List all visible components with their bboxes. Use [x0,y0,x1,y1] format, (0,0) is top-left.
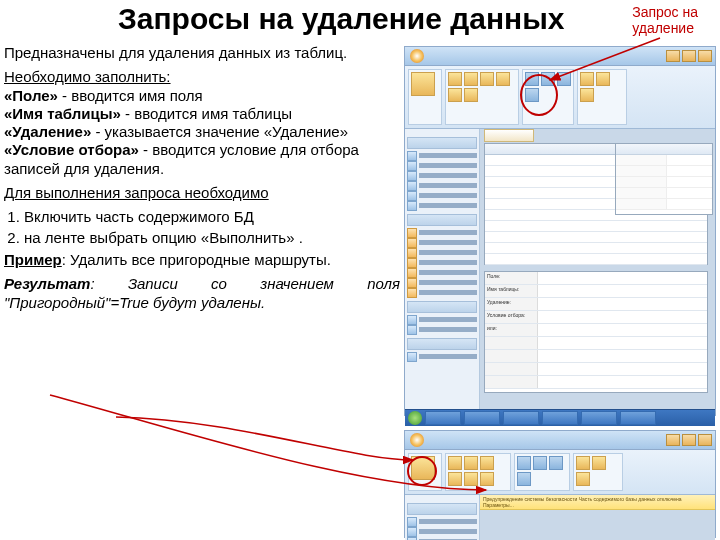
max-button [682,50,696,62]
access-screenshot-designer: Поле: Имя таблицы: Удаление: Условие отб… [404,46,716,416]
crosstab-icon [448,88,462,102]
design-grid: Поле: Имя таблицы: Удаление: Условие отб… [484,271,708,393]
taskbar [405,409,715,426]
nav-header-tables [407,137,477,149]
workarea: Поле: Имя таблицы: Удаление: Условие отб… [405,129,715,409]
navigation-pane [405,495,480,540]
nav-header-queries [407,214,477,226]
propertysheet-icon [580,88,594,102]
ribbon-group-results [408,69,442,125]
step-2: на ленте выбрать опцию «Выполнить» . [24,229,400,247]
select-icon [448,72,462,86]
example-text: : Удалить все пригородные маршруты. [62,251,331,268]
ribbon [405,450,715,495]
annotation-label: Запрос на удаление [632,4,698,36]
nav-header-reports [407,338,477,350]
window-titlebar [405,47,715,66]
query-tab [484,129,534,142]
result-label: Результат [4,275,90,292]
run-icon [411,72,435,96]
close-button [698,50,712,62]
parameters-icon [596,72,610,86]
step-1: Включить часть содержимого БД [24,208,400,226]
totals-icon [580,72,594,86]
example-label: Пример [4,251,62,268]
must-fill-heading: Необходимо заполнить: [4,68,171,85]
nav-header-forms [407,301,477,313]
highlight-ellipse-delete [520,74,558,116]
security-warning-bar: Предупреждение системы безопасности Част… [480,495,715,510]
office-button-icon [410,49,424,63]
fields-text: «Поле» - вводится имя поля «Имя таблицы»… [4,87,359,177]
property-sheet [615,143,713,215]
office-button-icon [410,433,424,447]
ribbon-group-querytype [445,69,519,125]
update-icon [496,72,510,86]
start-button-icon [408,411,422,425]
ribbon [405,66,715,129]
body-text: Предназначены для удаления данных из таб… [4,44,400,318]
min-button [666,50,680,62]
delete-icon [464,88,478,102]
document-area: Предупреждение системы безопасности Част… [480,495,715,540]
access-screenshot-securitybar: Предупреждение системы безопасности Част… [404,430,716,538]
window-titlebar [405,431,715,450]
append-icon [480,72,494,86]
deleterows-icon [557,72,571,86]
maketable-icon [464,72,478,86]
exec-heading: Для выполнения запроса необходимо [4,184,269,201]
ribbon-group-showhide [577,69,627,125]
intro-paragraph: Предназначены для удаления данных из таб… [4,44,400,62]
document-area: Поле: Имя таблицы: Удаление: Условие отб… [480,129,715,409]
slide-title: Запросы на удаление данных [118,2,565,36]
navigation-pane [405,129,480,409]
highlight-ellipse-run [407,456,437,486]
steps-list: Включить часть содержимого БД на ленте в… [24,208,400,247]
